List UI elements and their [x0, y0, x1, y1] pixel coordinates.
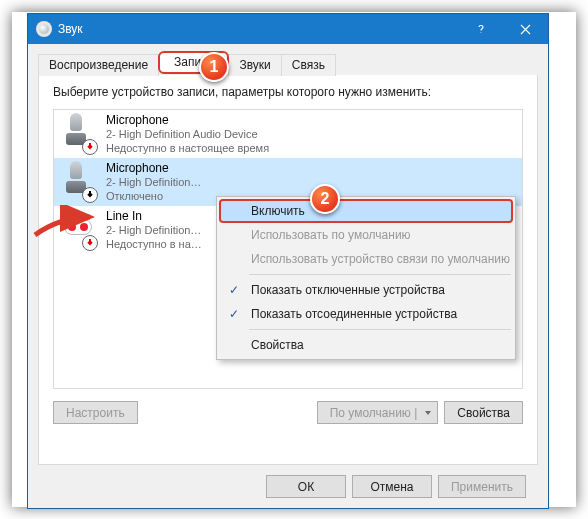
- tab-communications[interactable]: Связь: [281, 54, 336, 76]
- microphone-icon: [62, 113, 96, 155]
- device-name: Line In: [106, 209, 202, 224]
- annotation-arrow-icon: [30, 205, 100, 245]
- annotation-marker-2: 2: [310, 184, 340, 214]
- instruction-text: Выберите устройство записи, параметры ко…: [53, 85, 523, 99]
- apply-button[interactable]: Применить: [438, 475, 526, 498]
- unavailable-badge-icon: [82, 139, 98, 155]
- default-button[interactable]: По умолчанию |: [317, 401, 439, 424]
- disabled-badge-icon: [82, 187, 98, 203]
- tab-playback[interactable]: Воспроизведение: [38, 54, 159, 76]
- window-title: Звук: [58, 22, 458, 36]
- menu-use-default[interactable]: Использовать по умолчанию: [219, 223, 513, 247]
- device-status: Недоступно в настоящее время: [106, 142, 269, 156]
- close-button[interactable]: [503, 14, 548, 44]
- device-status: Отключено: [106, 190, 201, 204]
- titlebar[interactable]: Звук: [28, 14, 548, 44]
- menu-use-default-comm[interactable]: Использовать устройство связи по умолчан…: [219, 247, 513, 271]
- menu-enable[interactable]: Включить: [219, 199, 513, 223]
- device-subtitle: 2- High Definition…: [106, 224, 202, 238]
- device-name: Microphone: [106, 161, 201, 176]
- device-subtitle: 2- High Definition…: [106, 176, 201, 190]
- menu-properties[interactable]: Свойства: [219, 333, 513, 357]
- menu-separator: [249, 329, 511, 330]
- menu-show-disabled[interactable]: Показать отключенные устройства: [219, 278, 513, 302]
- tab-sounds[interactable]: Звуки: [228, 54, 281, 76]
- cancel-button[interactable]: Отмена: [352, 475, 432, 498]
- default-button-label: По умолчанию: [330, 406, 411, 420]
- configure-button[interactable]: Настроить: [53, 401, 138, 424]
- context-menu: Включить Использовать по умолчанию Испол…: [216, 196, 516, 360]
- sound-icon: [36, 21, 52, 37]
- device-name: Microphone: [106, 113, 269, 128]
- device-subtitle: 2- High Definition Audio Device: [106, 128, 269, 142]
- menu-show-disconnected[interactable]: Показать отсоединенные устройства: [219, 302, 513, 326]
- device-status: Недоступно в на…: [106, 238, 202, 252]
- tab-strip: Воспроизведение Запись Звуки Связь: [38, 52, 538, 75]
- device-item[interactable]: Microphone 2- High Definition Audio Devi…: [54, 110, 522, 158]
- menu-separator: [249, 274, 511, 275]
- ok-button[interactable]: ОК: [266, 475, 346, 498]
- annotation-marker-1: 1: [199, 52, 229, 82]
- help-button[interactable]: [458, 14, 503, 44]
- properties-button[interactable]: Свойства: [444, 401, 523, 424]
- microphone-icon: [62, 161, 96, 203]
